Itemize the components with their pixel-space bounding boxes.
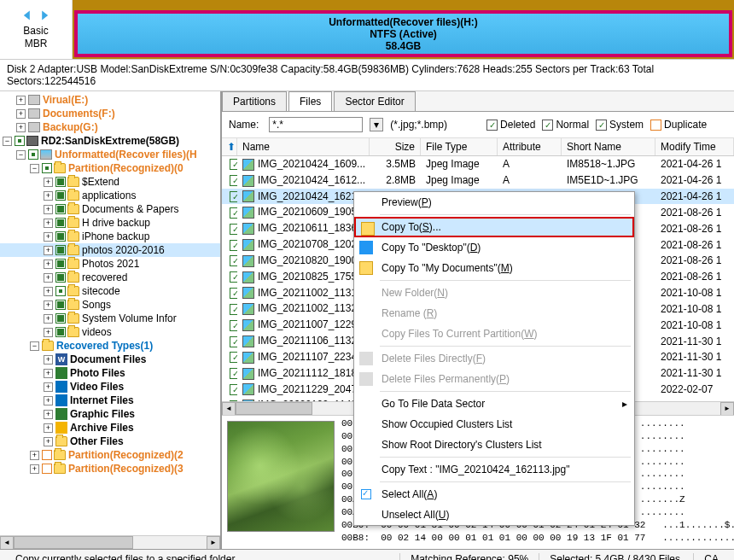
tree-checkbox[interactable] (55, 204, 66, 214)
tree-item[interactable]: +WDocument Files (0, 353, 220, 366)
tree-expander[interactable]: + (44, 314, 53, 324)
menu-copy-text[interactable]: Copy Text : "IMG_20210424_162113.jpg" (354, 459, 634, 480)
tree-hscroll[interactable]: ◄ ► (0, 535, 220, 549)
tree-expander[interactable]: − (30, 341, 39, 351)
name-filter-dropdown[interactable]: ▾ (370, 118, 383, 131)
file-checkbox[interactable] (230, 320, 237, 331)
tree-checkbox[interactable] (42, 450, 52, 460)
tree-checkbox[interactable] (42, 464, 52, 474)
file-checkbox[interactable] (230, 207, 237, 219)
tree-expander[interactable]: + (44, 246, 53, 255)
chk-system[interactable] (596, 120, 607, 131)
tree-expander[interactable]: − (16, 150, 26, 160)
tree-checkbox[interactable] (55, 286, 66, 296)
tree-expander[interactable]: + (44, 219, 53, 228)
file-checkbox[interactable] (230, 159, 237, 170)
file-checkbox[interactable] (230, 304, 237, 315)
tree-item[interactable]: +Documents & Papers (0, 202, 220, 216)
tree-item[interactable]: +Photo Files (0, 366, 220, 380)
tree-expander[interactable]: + (44, 423, 53, 433)
file-checkbox[interactable] (230, 240, 237, 251)
tree-expander[interactable]: + (44, 300, 53, 310)
tree-item[interactable]: +Partition(Recognized)(3 (0, 462, 220, 475)
col-mod[interactable]: Modify Time (655, 138, 734, 155)
tree-checkbox[interactable] (55, 272, 66, 283)
file-row[interactable]: IMG_20210424_1612...2.8MBJpeg ImageAIM5E… (222, 172, 734, 189)
menu-unselect-all[interactable]: Unselect All(U) (354, 505, 634, 525)
file-checkbox[interactable] (230, 255, 237, 266)
nav-forward-icon[interactable] (38, 9, 50, 21)
menu-copy-mydocs[interactable]: Copy To "My Documents"(M) (354, 258, 634, 278)
tree-item[interactable]: −Partition(Recognized)(0 (0, 161, 220, 175)
tree-expander[interactable]: + (44, 410, 53, 419)
col-up-arrow[interactable]: ⬆ (222, 138, 237, 155)
col-short[interactable]: Short Name (562, 138, 655, 155)
tree-checkbox[interactable] (55, 231, 66, 242)
tree-expander[interactable]: + (44, 437, 53, 446)
file-row[interactable]: IMG_20210424_1609...3.5MBJpeg ImageAIM85… (222, 156, 734, 172)
tree-item[interactable]: +Internet Files (0, 394, 220, 407)
col-name[interactable]: Name (237, 138, 370, 155)
menu-copy-desktop[interactable]: Copy To "Desktop"(D) (354, 237, 634, 258)
tree-expander[interactable]: + (44, 287, 53, 296)
file-checkbox[interactable] (230, 368, 237, 379)
file-checkbox[interactable] (230, 224, 237, 235)
chk-duplicate[interactable] (650, 120, 661, 131)
tree-expander[interactable]: − (30, 164, 39, 173)
col-type[interactable]: File Type (421, 138, 498, 155)
tab-files[interactable]: Files (288, 91, 332, 111)
menu-preview[interactable]: Preview(P) (354, 192, 634, 213)
menu-copy-to[interactable]: Copy To(S)... (354, 217, 634, 237)
tree-expander[interactable]: + (44, 205, 53, 214)
tree-checkbox[interactable] (15, 136, 25, 146)
tree-checkbox[interactable] (55, 259, 66, 269)
file-checkbox[interactable] (230, 191, 237, 202)
tree-item[interactable]: +Photos 2021 (0, 257, 220, 271)
tree-item[interactable]: +Video Files (0, 380, 220, 394)
menu-show-root[interactable]: Show Root Directory's Clusters List (354, 435, 634, 455)
tree-item[interactable]: +Partition(Recognized)(2 (0, 448, 220, 462)
tree-checkbox[interactable] (28, 149, 38, 160)
file-checkbox[interactable] (230, 400, 237, 401)
tree-expander[interactable]: + (44, 382, 53, 392)
volume-bar[interactable]: Unformatted(Recover files)(H:) NTFS (Act… (73, 0, 734, 59)
tree-checkbox[interactable] (42, 163, 52, 173)
tree-checkbox[interactable] (55, 313, 66, 324)
tree-item[interactable]: −RD2:SanDiskExtreme(58GB) (0, 134, 220, 148)
tree-item[interactable]: +Archive Files (0, 421, 220, 435)
name-filter-input[interactable] (269, 117, 363, 132)
tab-partitions[interactable]: Partitions (222, 91, 287, 111)
tree-item[interactable]: +Documents(F:) (0, 107, 220, 120)
tree-expander[interactable]: + (44, 273, 53, 283)
tree-item[interactable]: +Backup(G:) (0, 120, 220, 134)
tab-sector-editor[interactable]: Sector Editor (334, 91, 415, 111)
tree-expander[interactable]: + (44, 369, 53, 378)
file-checkbox[interactable] (230, 271, 237, 283)
tree-item[interactable]: +Songs (0, 298, 220, 312)
tree-checkbox[interactable] (55, 300, 66, 310)
file-checkbox[interactable] (230, 288, 237, 299)
menu-goto-sector[interactable]: Go To File Data Sector▸ (354, 394, 634, 414)
tree-item[interactable]: −Recovered Types(1) (0, 339, 220, 353)
tree-item[interactable]: +iPhone backup (0, 230, 220, 243)
tree-item[interactable]: +applications (0, 189, 220, 202)
col-attr[interactable]: Attribute (498, 138, 562, 155)
file-checkbox[interactable] (230, 336, 237, 347)
tree-checkbox[interactable] (55, 245, 66, 255)
tree-expander[interactable]: + (44, 178, 53, 187)
tree-checkbox[interactable] (55, 327, 66, 337)
tree-item[interactable]: −Unformatted(Recover files)(H (0, 148, 220, 161)
tree-expander[interactable]: + (44, 355, 53, 365)
tree-expander[interactable]: + (16, 123, 26, 132)
nav-back-icon[interactable] (21, 9, 33, 21)
tree-expander[interactable]: + (44, 232, 53, 242)
tree-expander[interactable]: + (16, 109, 26, 119)
tree-item[interactable]: +Graphic Files (0, 407, 220, 421)
tree-expander[interactable]: + (30, 451, 39, 460)
tree-checkbox[interactable] (55, 218, 66, 228)
chk-normal[interactable] (542, 120, 553, 131)
file-checkbox[interactable] (230, 352, 237, 363)
tree-expander[interactable]: + (44, 396, 53, 405)
file-checkbox[interactable] (230, 384, 237, 395)
tree-item[interactable]: +videos (0, 325, 220, 339)
